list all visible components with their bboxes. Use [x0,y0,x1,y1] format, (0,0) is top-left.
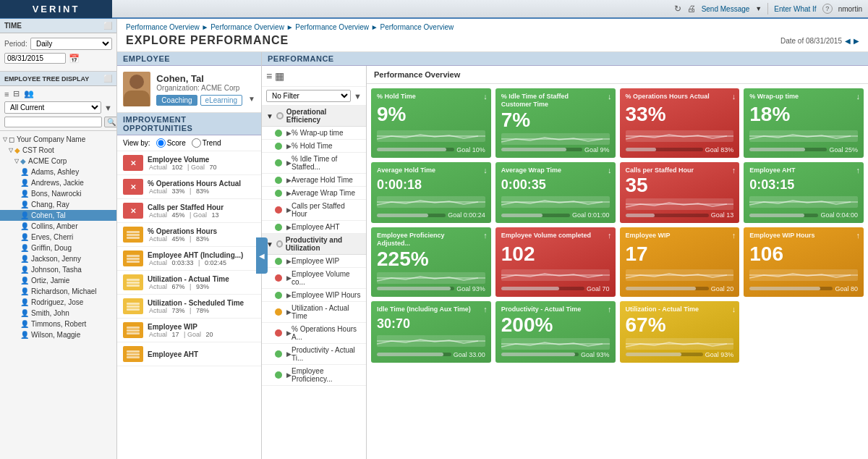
tree-item-acme[interactable]: ▽ ◆ ACME Corp [0,156,116,167]
collapse-all-icon[interactable]: ⊟ [13,89,20,98]
next-date-arrow[interactable]: ▶ [854,37,859,45]
metric-wave-0 [377,130,485,142]
tree-filter-icon[interactable]: ▼ [104,104,112,112]
tree-filter-select[interactable]: All Current [4,101,101,114]
metric-card-5[interactable]: Average Wrap Time ↓ 0:00:35 Goal 0:01:00 [495,162,616,224]
metric-card-6[interactable]: Calls per Staffed Hour ↑ 35 Goal 13 [620,162,740,224]
tree-item-jackson[interactable]: 👤 Jackson, Jenny [0,253,116,264]
metric-card-1[interactable]: % Idle Time of Staffed Customer Time ↓ 7… [495,88,616,158]
send-message-link[interactable]: Send Message [702,5,750,13]
list-view-icon[interactable]: ≡ [266,70,272,82]
perf-item-wrapup[interactable]: ▶ % Wrap-up time [262,127,366,140]
tree-item-smith[interactable]: 👤 Smith, John [0,308,116,319]
imp-indicator-3 [123,227,143,243]
tree-item-erves[interactable]: 👤 Erves, Cherri [0,232,116,243]
filter-options-icon[interactable]: ▼ [354,92,362,101]
imp-item-3[interactable]: % Operations Hours Actual 45% | 83% [117,223,261,247]
tree-item-griffin[interactable]: 👤 Griffin, Doug [0,243,116,253]
tree-item-ortiz[interactable]: 👤 Ortiz, Jamie [0,275,116,286]
send-message-arrow[interactable]: ▼ [755,5,762,12]
help-icon[interactable]: ? [822,4,833,14]
tree-item-cst-root[interactable]: ▽ ◆ CST Root [0,145,116,156]
metric-card-11[interactable]: Employee WIP Hours ↑ 106 Goal 80 [744,227,864,297]
enter-what-if-link[interactable]: Enter What If [774,5,816,13]
perf-item-hold[interactable]: ▶ % Hold Time [262,140,366,153]
sidebar-collapse-arrow[interactable]: ◀ [256,237,268,274]
tree-item-timmons[interactable]: 👤 Timmons, Robert [0,319,116,329]
imp-item-4[interactable]: Employee AHT (Including...) Actual 0:03:… [117,247,261,271]
metric-arrow-1: ↓ [608,92,612,101]
metric-card-0[interactable]: % Hold Time ↓ 9% Goal 10% [371,88,491,158]
perf-group-operational[interactable]: ▼ Operational Efficiency [262,106,366,127]
tree-item-adams[interactable]: 👤 Adams, Ashley [0,167,116,177]
metric-card-7[interactable]: Employee AHT ↑ 0:03:15 Goal 0:04:00 [744,162,864,224]
perf-item-empvolume[interactable]: ▶ Employee Volume co... [262,268,366,289]
perf-item-empwip[interactable]: ▶ Employee WIP [262,255,366,268]
metric-card-12[interactable]: Idle Time (Including Aux Time) ↑ 30:70 G… [371,301,491,363]
perf-item-avgholdtime[interactable]: ▶ Average Hold Time [262,174,366,187]
tree-item-company[interactable]: ▽ ◻ Your Company Name [0,134,116,145]
metric-card-14[interactable]: Utilization - Actual Time ↓ 67% Goal 93% [620,301,740,363]
metric-title-13: Productivity - Actual Time [501,306,610,313]
period-select[interactable]: Daily [30,38,112,50]
person-group-icon[interactable]: 👥 [24,89,34,98]
tree-item-wilson[interactable]: 👤 Wilson, Maggie [0,329,116,340]
perf-item-callsperstaffed[interactable]: ▶ Calls per Staffed Hour [262,200,366,221]
metric-card-4[interactable]: Average Hold Time ↓ 0:00:18 Goal 0:00:24 [371,162,491,224]
coaching-tab[interactable]: Coaching [156,95,197,106]
list-icon[interactable]: ≡ [4,90,9,98]
perf-item-empwiphrs[interactable]: ▶ Employee WIP Hours [262,289,366,302]
tree-item-andrews[interactable]: 👤 Andrews, Jackie [0,177,116,188]
perf-item-opshrsactual[interactable]: ▶ % Operations Hours A... [262,323,366,344]
trend-radio[interactable]: Trend [192,138,221,148]
metric-card-10[interactable]: Employee WIP ↑ 17 Goal 20 [620,227,740,297]
perf-item-empprof[interactable]: ▶ Employee Proficiency... [262,365,366,386]
tree-item-bons[interactable]: 👤 Bons, Nawrocki [0,188,116,199]
breadcrumb-item-2[interactable]: Performance Overview [210,23,284,31]
perf-item-avgwrap[interactable]: ▶ Average Wrap Time [262,187,366,200]
tree-item-richardson[interactable]: 👤 Richardson, Michael [0,286,116,297]
imp-item-1[interactable]: ✕ % Operations Hours Actual Actual 33% |… [117,175,261,199]
tree-item-chang[interactable]: 👤 Chang, Ray [0,199,116,210]
imp-item-6[interactable]: Utilization - Scheduled Time Actual 73% … [117,295,261,319]
grid-view-icon[interactable]: ▦ [275,70,284,82]
imp-item-0[interactable]: ✕ Employee Volume Actual 102 | Goal 70 [117,151,261,175]
perf-arrow-empaht: ▶ [286,224,292,231]
metric-arrow-14: ↓ [732,305,736,313]
tree-item-rodriguez[interactable]: 👤 Rodriguez, Jose [0,297,116,308]
breadcrumb-item-4[interactable]: Performance Overview [380,23,454,31]
perf-item-idle[interactable]: ▶ % Idle Time of Staffed... [262,153,366,174]
perf-item-utilactual[interactable]: ▶ Utilization - Actual Time [262,302,366,323]
imp-item-8[interactable]: Employee AHT [117,342,261,366]
perf-item-empaht[interactable]: ▶ Employee AHT [262,221,366,234]
score-radio[interactable]: Score [156,138,186,148]
search-button[interactable]: 🔍 [104,117,117,127]
date-input[interactable] [4,53,66,64]
imp-item-2[interactable]: ✕ Calls per Staffed Hour Actual 45% | Go… [117,199,261,223]
tree-search-input[interactable] [4,117,102,127]
elearning-tab[interactable]: eLearning [200,95,242,106]
print-icon[interactable]: 🖨 [687,4,696,14]
employee-tabs: Coaching eLearning ▼ [156,95,255,106]
perf-item-prodactual[interactable]: ▶ Productivity - Actual Ti... [262,344,366,365]
tree-item-cohen[interactable]: 👤 Cohen, Tal [0,210,116,221]
expand-arrow[interactable]: ▼ [248,95,255,106]
imp-item-5[interactable]: Utilization - Actual Time Actual 67% | 9… [117,271,261,295]
breadcrumb-item-3[interactable]: Performance Overview [295,23,369,31]
header-right: ↻ 🖨 Send Message ▼ Enter What If ? nmort… [674,3,868,14]
tree-item-johnson[interactable]: 👤 Johnson, Tasha [0,264,116,275]
metric-card-2[interactable]: % Operations Hours Actual ↓ 33% Goal 83% [620,88,740,158]
imp-item-7[interactable]: Employee WIP Actual 17 | Goal 20 [117,319,261,342]
prev-date-arrow[interactable]: ◀ [845,37,851,45]
metric-card-8[interactable]: Employee Proficiency Adjusted... ↑ 225% … [371,227,491,297]
filter-select[interactable]: No Filter [266,90,351,102]
metric-card-9[interactable]: Employee Volume completed ↑ 102 Goal 70 [495,227,616,297]
perf-group-productivity[interactable]: ▼ Productivity and Utilization [262,234,366,255]
tree-item-collins[interactable]: 👤 Collins, Amber [0,221,116,232]
metric-wave-11 [749,269,858,281]
breadcrumb-item-1[interactable]: Performance Overview [126,23,200,31]
metric-card-3[interactable]: % Wrap-up time ↓ 18% Goal 25% [744,88,864,158]
refresh-icon[interactable]: ↻ [674,4,681,14]
metric-card-13[interactable]: Productivity - Actual Time ↑ 200% Goal 9… [495,301,616,363]
calendar-icon[interactable]: 📅 [69,54,80,64]
